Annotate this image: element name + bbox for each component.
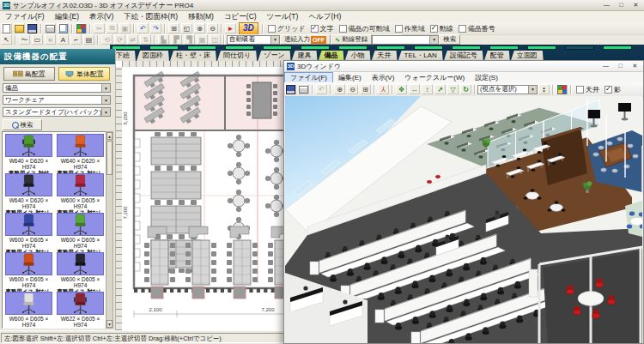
menu-ツール(T)[interactable]: ツール(T)	[262, 12, 304, 22]
toggle-備品の可動域[interactable]: 備品の可動域	[339, 24, 390, 33]
single-layout-button[interactable]: 単体配置	[58, 67, 110, 81]
nav-camera-cone-button[interactable]: ▽	[447, 84, 459, 94]
layer-indicator-10[interactable]	[489, 45, 519, 50]
print-preview-button[interactable]	[58, 23, 69, 33]
furniture-item-5[interactable]: W600 × D605 × H974事務用イス 肘なし	[56, 213, 105, 255]
select-tool-button[interactable]: ↖	[1, 34, 12, 45]
zoom-in-button[interactable]: ⊕	[194, 23, 205, 33]
layer-indicator-2[interactable]	[187, 45, 216, 50]
layer-indicator-0[interactable]	[112, 45, 141, 50]
layer-indicator-9[interactable]	[452, 45, 481, 50]
toolbar-search-button[interactable]: 検索	[439, 34, 460, 45]
menu-表示(V)[interactable]: 表示(V)	[84, 12, 118, 22]
furniture-item-0[interactable]: W640 × D620 × H974事務用イス 肘付	[4, 134, 53, 176]
scroll-down-icon[interactable]: ▼	[106, 320, 112, 328]
nav-orbit-button[interactable]: ✥	[396, 84, 407, 94]
walkthrough-button[interactable]: ⅄	[378, 84, 389, 94]
furniture-item-3[interactable]: W600 × D605 × H974事務用イス 肘なし	[56, 173, 105, 215]
zoom-window-button[interactable]: ◱	[181, 23, 192, 33]
shadow-toggle[interactable]: 影	[605, 85, 621, 94]
toggle-文字[interactable]: 文字	[311, 24, 334, 33]
tab-間仕切り[interactable]: 間仕切り	[217, 51, 257, 61]
save-button[interactable]	[27, 23, 38, 33]
threed-view-button[interactable]: 3D	[239, 22, 258, 35]
new-file-button[interactable]	[1, 23, 12, 33]
toggle-グリッド[interactable]: グリッド	[268, 24, 306, 33]
threed-close-button[interactable]: ✕	[629, 62, 641, 70]
render-palette-button[interactable]	[556, 84, 568, 94]
layer-indicator-12[interactable]	[565, 45, 594, 50]
zoom-fit-button[interactable]: ⊞	[168, 23, 179, 33]
rectangle-tool-button[interactable]: ▭	[32, 34, 43, 45]
furniture-item-7[interactable]: W600 × D605 × H974事務用イス 肘なし	[56, 252, 105, 294]
nav-updown-button[interactable]: ↕	[422, 84, 433, 94]
layer-indicator-7[interactable]	[376, 45, 405, 50]
island-layout-button[interactable]: 島配置	[3, 67, 55, 81]
circle-tool-button[interactable]: ○	[45, 34, 56, 45]
layer-indicator-4[interactable]	[263, 45, 292, 50]
print-button[interactable]	[45, 23, 56, 33]
layer-indicator-1[interactable]	[149, 45, 179, 50]
menu-コピー(C)[interactable]: コピー(C)	[219, 12, 262, 22]
furniture-item-9[interactable]: W622 × D605 × H974事務用イス 肘付	[56, 292, 105, 329]
furniture-item-6[interactable]: W600 × D605 × H974事務用イス 肘なし	[4, 252, 53, 294]
menu-移動(M)[interactable]: 移動(M)	[183, 12, 219, 22]
subcategory-select[interactable]: ワークチェア▼	[3, 95, 111, 105]
viewpoint-spinner[interactable]: ▴▾	[538, 84, 550, 94]
furniture-item-1[interactable]: W640 × D620 × H974事務用イス 肘なし	[56, 134, 105, 176]
ceiling-toggle[interactable]: 天井	[576, 85, 599, 94]
category-select[interactable]: 備品▼	[3, 83, 111, 93]
threed-zoom-fit-button[interactable]: ⊞	[360, 84, 371, 94]
furniture-item-2[interactable]: W640 × D620 × H974事務用イス 肘なし	[4, 173, 53, 215]
layer-indicator-5[interactable]	[301, 45, 330, 50]
redo-button[interactable]: ↷	[150, 23, 161, 33]
walk-arrow-button[interactable]: ►	[225, 23, 236, 33]
nav-dolly-button[interactable]: ↗	[434, 84, 446, 94]
open-file-button[interactable]	[14, 23, 25, 33]
door-tool-button[interactable]: ⌐	[70, 34, 82, 45]
toggle-動線[interactable]: 動線	[430, 24, 453, 33]
polyline-tool-button[interactable]: 〜	[19, 34, 30, 45]
threed-menu-ファイル(F)[interactable]: ファイル(F)	[284, 72, 333, 83]
palette-button[interactable]	[76, 23, 87, 33]
threed-viewport[interactable]	[285, 96, 642, 343]
minimize-button[interactable]: —	[600, 1, 613, 9]
scroll-up-icon[interactable]: ▲	[106, 132, 112, 140]
menu-下絵・図面枠(R)[interactable]: 下絵・図面枠(R)	[118, 12, 183, 22]
threed-menu-表示(V)[interactable]: 表示(V)	[367, 73, 400, 82]
zoom-out-button[interactable]: ⊖	[207, 23, 218, 33]
close-button[interactable]: ✕	[629, 1, 642, 9]
wall-tool-button[interactable]: ▤	[83, 34, 94, 45]
flowline-search-select[interactable]: ▼	[372, 35, 439, 45]
maximize-button[interactable]: □	[615, 1, 628, 9]
layer-indicator-3[interactable]	[225, 45, 254, 50]
type-select[interactable]: スタンダードタイプ(ハイバック)▼	[3, 107, 111, 117]
threed-menu-設定(S)[interactable]: 設定(S)	[470, 73, 503, 82]
menu-ヘルプ(H)[interactable]: ヘルプ(H)	[303, 12, 346, 22]
threed-maximize-button[interactable]: □	[614, 62, 627, 70]
viewpoint-select[interactable]: (視点を選択)▼	[477, 85, 538, 94]
menu-編集(E)[interactable]: 編集(E)	[50, 12, 84, 22]
threed-menu-ウォークスルー(W)[interactable]: ウォークスルー(W)	[399, 73, 470, 82]
continuous-input-toggle[interactable]: 連続入力OFF	[280, 34, 331, 45]
layer-indicator-13[interactable]	[603, 45, 632, 50]
snap-mode-select[interactable]: 自動吸着▼	[227, 35, 280, 45]
layer-indicator-8[interactable]	[414, 45, 443, 50]
threed-zoom-in-button[interactable]: ⊕	[334, 84, 345, 94]
threed-minimize-button[interactable]: —	[599, 62, 612, 70]
list-scrollbar[interactable]: ▲ ▼	[106, 131, 113, 329]
threed-save-button[interactable]	[285, 84, 296, 94]
furniture-item-8[interactable]: W600 × D605 × H974事務用イス 肘なし	[4, 292, 53, 329]
toggle-作業域[interactable]: 作業域	[395, 24, 425, 33]
layer-indicator-11[interactable]	[527, 45, 556, 50]
undo-button[interactable]: ↶	[137, 23, 149, 33]
scrollbar-thumb[interactable]	[106, 141, 112, 175]
furniture-item-4[interactable]: W600 × D605 × H974事務用イス 肘なし	[4, 213, 53, 255]
panel-search-button[interactable]: 検索	[3, 119, 42, 130]
threed-menu-編集(E)[interactable]: 編集(E)	[333, 73, 367, 82]
menu-ファイル(F)[interactable]: ファイル(F)	[0, 12, 50, 22]
flowline-register-button[interactable]: ∿動線登録	[331, 34, 372, 45]
threed-print-button[interactable]	[298, 84, 309, 94]
text-tool-button[interactable]: A	[58, 34, 69, 45]
layer-indicator-6[interactable]	[338, 45, 368, 50]
